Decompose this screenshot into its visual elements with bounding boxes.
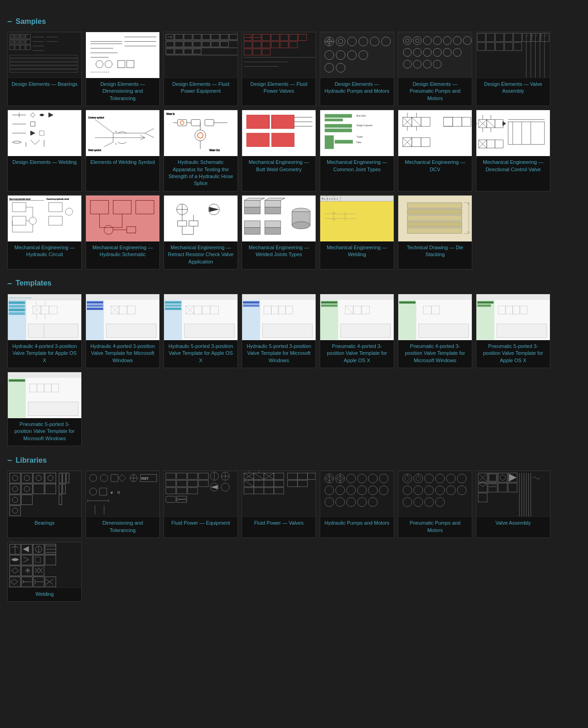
card-t-h5p3-apple[interactable]: Hydraulic 5-ported 3-position Valve Temp… [164, 294, 238, 368]
card-lib-hydraulic-pumps[interactable]: Hydraulic Pumps and Motors [320, 470, 394, 538]
label-de-fluid-valves: Design Elements — Fluid Power Valves [242, 78, 316, 106]
card-de-welding[interactable]: Design Elements — Welding [7, 110, 82, 191]
label-t-p4p3-win: Pneumatic 4-ported 3-position Valve Temp… [398, 340, 472, 368]
card-de-hydraulic-pumps[interactable]: Design Elements — Hydraulic Pumps and Mo… [320, 32, 394, 106]
card-de-dimensioning[interactable]: × × × × × × × × × × Design Elements — Di… [85, 32, 160, 106]
thumb-me-hydraulic-schematic [86, 196, 159, 241]
thumb-de-fluid-valves [242, 32, 316, 78]
card-hydraulic-schematic-test[interactable]: Water In Water Out [164, 110, 238, 191]
card-me-directional-control[interactable]: Mechanical Engineering — Directional Con… [476, 110, 550, 191]
label-lib-welding: Welding [8, 588, 81, 601]
svg-rect-174 [164, 111, 237, 156]
samples-section: – Samples [7, 17, 581, 269]
svg-text:1: 1 [531, 34, 532, 37]
card-de-valve-assembly[interactable]: 01 234 Design Elements — Valve Assembly [476, 32, 550, 106]
card-me-retract-resistor[interactable]: Mechanical Engineering — Retract Resisto… [164, 195, 238, 269]
card-me-common-joint[interactable]: Butt Joint Single V-groove T-joint Fille… [320, 110, 394, 191]
card-de-fluid-equip[interactable]: Design Elements — Fluid Power Equipment [164, 32, 238, 106]
thumb-t-h4p3-win [86, 294, 159, 340]
svg-point-301 [292, 222, 311, 229]
card-lib-dimensioning[interactable]: RST ⌀ □ Dimensioning and Tolerancing [85, 470, 160, 538]
svg-rect-231 [476, 111, 550, 156]
svg-rect-94 [320, 33, 394, 78]
card-lib-welding[interactable]: Welding [7, 542, 82, 602]
card-me-hydraulic-schematic[interactable]: Mechanical Engineering — Hydraulic Schem… [85, 195, 160, 269]
thumb-me-dcv [398, 110, 472, 156]
card-t-p4p3-win[interactable]: Pneumatic 4-ported 3-position Valve Temp… [398, 294, 472, 368]
templates-section: – Templates Hydraulic 4-ported 3-positio… [7, 279, 581, 446]
card-t-h5p3-win[interactable]: Hydraulic 5-ported 3-position Valve Temp… [242, 294, 316, 368]
label-lib-dimensioning: Dimensioning and Tolerancing [86, 517, 159, 538]
label-de-valve-assembly: Design Elements — Valve Assembly [476, 78, 550, 106]
card-de-fluid-valves[interactable]: Design Elements — Fluid Power Valves [242, 32, 316, 106]
svg-rect-294 [265, 207, 281, 214]
card-lib-pneumatic-pumps[interactable]: Pneumatic Pumps and Motors [398, 470, 472, 538]
svg-text:2: 2 [536, 34, 537, 37]
svg-text:Hydraulic 4-ported 3-position: Hydraulic 4-ported 3-position [9, 297, 32, 299]
svg-rect-374 [243, 301, 260, 303]
card-me-hydraulic-circuit[interactable]: Open loop hydraulic circuit Closed loop … [7, 195, 82, 269]
svg-rect-297 [265, 221, 281, 228]
svg-rect-329 [9, 305, 25, 308]
svg-rect-203 [325, 129, 352, 132]
card-t-p5p3-win[interactable]: Pneumatic 5-ported 3-position Valve Temp… [7, 372, 82, 446]
thumb-lib-bearings [8, 471, 81, 517]
svg-rect-312 [407, 209, 462, 214]
label-me-butt-weld: Mechanical Engineering — Butt Weld Geome… [242, 156, 316, 191]
svg-text:Open loop hydraulic circuit: Open loop hydraulic circuit [9, 197, 31, 200]
card-me-welded-joints[interactable]: Mechanical Engineering — Welded Joints T… [242, 195, 316, 269]
svg-rect-190 [247, 115, 269, 129]
card-lib-bearings[interactable]: Bearings [7, 470, 82, 538]
card-de-bearings[interactable]: Design Elements — Bearings [7, 32, 82, 106]
svg-text:A: A [115, 130, 117, 133]
card-t-h4p3-apple[interactable]: Hydraulic 4-ported 3-position [7, 294, 82, 368]
card-t-p4p3-apple[interactable]: Pneumatic 4-ported 3-position Valve Temp… [320, 294, 394, 368]
svg-rect-191 [271, 115, 294, 129]
thumb-t-h5p3-win [242, 294, 316, 340]
thumb-t-p4p3-win [398, 294, 472, 340]
svg-text:Fillet: Fillet [356, 141, 362, 144]
templates-grid: Hydraulic 4-ported 3-position [7, 294, 581, 368]
card-me-butt-weld[interactable]: Mechanical Engineering — Butt Weld Geome… [242, 110, 316, 191]
svg-text:Water In: Water In [166, 113, 175, 116]
thumb-t-h5p3-apple [164, 294, 237, 340]
svg-rect-298 [265, 227, 281, 234]
label-t-h4p3-apple: Hydraulic 4-ported 3-position Valve Temp… [8, 340, 81, 368]
card-lib-valve-assembly[interactable]: Valve Assembly [476, 470, 550, 538]
label-t-p5p3-apple: Pneumatic 5-ported 3-position Valve Temp… [476, 340, 550, 368]
samples-dash: – [7, 17, 12, 26]
thumb-de-welding [8, 110, 81, 156]
svg-rect-360 [165, 301, 181, 303]
label-de-pneumatic-pumps: Design Elements — Pneumatic Pumps and Mo… [398, 78, 472, 106]
svg-rect-513 [320, 471, 394, 517]
label-lib-pneumatic-pumps: Pneumatic Pumps and Motors [398, 517, 472, 538]
samples-title: Samples [16, 17, 46, 26]
label-me-directional-control: Mechanical Engineering — Directional Con… [476, 156, 550, 191]
card-t-p5p3-apple[interactable]: Pneumatic 5-ported 3-position Valve Temp… [476, 294, 550, 368]
card-t-h4p3-win[interactable]: Hydraulic 4-ported 3-position Valve Temp… [85, 294, 160, 368]
label-t-h5p3-apple: Hydraulic 5-ported 3-position Valve Temp… [164, 340, 237, 368]
card-me-dcv[interactable]: Mechanical Engineering — DCV [398, 110, 472, 191]
card-technical-die[interactable]: Technical Drawing — Die Stacking [398, 195, 472, 269]
svg-text:Contour symbol: Contour symbol [88, 117, 104, 119]
thumb-lib-pneumatic-pumps [398, 471, 472, 517]
card-elements-welding[interactable]: Contour symbol Weld symbol A B Elements … [85, 110, 160, 191]
svg-rect-362 [165, 308, 181, 310]
svg-rect-314 [407, 222, 462, 227]
thumb-de-bearings [8, 32, 81, 78]
svg-text:RST: RST [141, 477, 148, 481]
card-de-pneumatic-pumps[interactable]: Design Elements — Pneumatic Pumps and Mo… [398, 32, 472, 106]
svg-rect-357 [164, 295, 237, 300]
thumb-lib-welding [8, 542, 81, 588]
svg-rect-205 [335, 140, 353, 144]
card-lib-fluid-equip[interactable]: Fluid Power — Equipment [164, 470, 238, 538]
svg-rect-410 [497, 324, 547, 338]
thumb-me-directional-control [476, 110, 550, 156]
card-me-welding[interactable]: ☰ ∨ ∧ ∨ ∧ ∨ ∧ Mechanical Engineering — W… [320, 195, 394, 269]
svg-rect-382 [320, 295, 394, 300]
svg-rect-371 [242, 295, 316, 300]
svg-rect-331 [9, 312, 25, 315]
thumb-t-h4p3-apple: Hydraulic 4-ported 3-position [8, 294, 81, 340]
card-lib-fluid-valves[interactable]: Fluid Power — Valves [242, 470, 316, 538]
thumb-de-hydraulic-pumps [320, 32, 394, 78]
